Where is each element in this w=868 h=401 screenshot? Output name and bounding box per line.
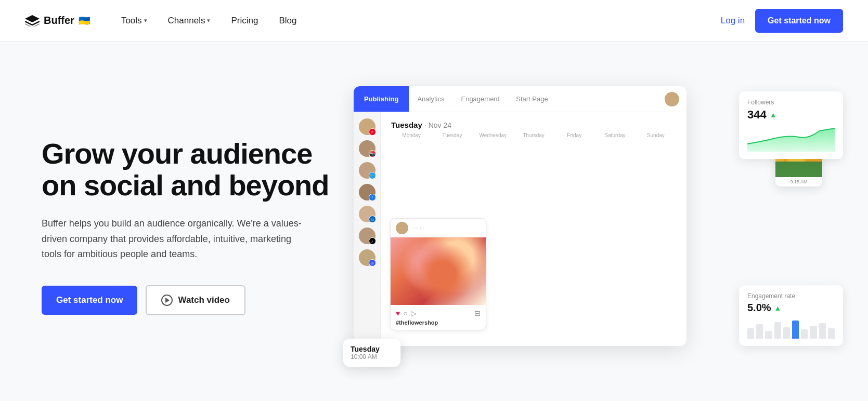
twitter-badge: 🐦 [369, 172, 376, 179]
buffer-logo-icon [25, 15, 40, 26]
flower-decoration [391, 237, 486, 305]
post-footer: ♥ ○ ▷ ⊟ #theflowershop [391, 305, 486, 330]
mobile-day: Tuesday [351, 345, 393, 353]
hero-watch-video-button[interactable]: Watch video [146, 285, 245, 315]
tab-analytics[interactable]: Analytics [409, 86, 452, 112]
like-icon[interactable]: ♥ [396, 309, 400, 317]
channel-linkedin[interactable]: in [359, 206, 375, 222]
nav-blog[interactable]: Blog [279, 16, 296, 26]
nav-cta-button[interactable]: Get started now [755, 9, 843, 33]
channel-other[interactable]: ⊕ [359, 249, 375, 266]
channel-twitter[interactable]: 🐦 [359, 162, 375, 179]
channel-instagram[interactable]: 📷 [359, 140, 375, 157]
nav-channels[interactable]: Channels ▾ [168, 16, 211, 26]
tab-publishing[interactable]: Publishing [354, 86, 409, 112]
nav-tools[interactable]: Tools ▾ [121, 16, 147, 26]
engagement-bar-chart [747, 318, 835, 339]
tab-engagement[interactable]: Engagement [452, 86, 508, 112]
engagement-card: Engagement rate 5.0% ▲ [739, 285, 843, 346]
user-avatar [665, 92, 679, 106]
post-avatar [396, 222, 408, 234]
bar [819, 323, 826, 339]
bar [783, 327, 790, 339]
mobile-schedule-card: Tuesday 10:00 AM [343, 339, 400, 367]
post-image [391, 237, 486, 305]
weekday: Saturday [594, 132, 635, 138]
bar-active [792, 320, 799, 339]
chevron-down-icon: ▾ [207, 17, 210, 24]
followers-chart [747, 126, 835, 152]
linkedin-badge: in [369, 216, 376, 223]
channel-facebook[interactable]: f [359, 184, 375, 200]
post-actions: ♥ ○ ▷ ⊟ [396, 309, 481, 317]
comment-icon[interactable]: ○ [403, 309, 407, 317]
bar [747, 328, 754, 339]
chevron-down-icon: ▾ [144, 17, 147, 24]
navbar: Buffer 🇺🇦 Tools ▾ Channels ▾ Pricing Blo… [0, 0, 868, 42]
followers-card: Followers 344 ▲ [739, 91, 843, 159]
weekday: Monday [391, 132, 432, 138]
bar [828, 328, 835, 339]
hero-dashboard: Publishing Analytics Engagement Start Pa… [343, 76, 843, 377]
weekday: Sunday [636, 132, 676, 138]
hero-left: Grow your audience on social and beyond … [42, 138, 343, 315]
play-triangle [165, 298, 170, 303]
bar [756, 324, 763, 339]
share-icon[interactable]: ▷ [411, 309, 417, 317]
trend-up-icon: ▲ [770, 111, 777, 119]
followers-label: Followers [747, 99, 835, 106]
more-options-icon[interactable]: ··· [412, 223, 422, 233]
hero-subtext: Buffer helps you build an audience organ… [42, 216, 312, 262]
weekdays-row: Monday Tuesday Wednesday Thursday Friday… [391, 132, 676, 138]
channel-pinterest[interactable]: P [359, 118, 375, 135]
other-badge: ⊕ [369, 259, 376, 266]
ukraine-flag: 🇺🇦 [79, 15, 90, 26]
bar [801, 329, 808, 339]
logo-text: Buffer [44, 15, 74, 26]
hero-headline: Grow your audience on social and beyond [42, 138, 343, 202]
play-icon [161, 295, 173, 306]
bar [774, 322, 781, 339]
tiktok-badge: ♪ [369, 237, 376, 245]
hero-buttons: Get started now Watch video [42, 285, 343, 315]
weekday: Thursday [513, 132, 554, 138]
bar [765, 331, 772, 339]
weekday: Friday [554, 132, 594, 138]
sunflower-time: 9:15 AM [775, 177, 822, 186]
login-link[interactable]: Log in [721, 16, 745, 26]
instagram-badge: 📷 [369, 150, 376, 157]
channel-tiktok[interactable]: ♪ [359, 228, 375, 244]
followers-count: 344 ▲ [747, 108, 835, 122]
engagement-rate-value: 5.0% ▲ [747, 302, 835, 314]
tab-start-page[interactable]: Start Page [508, 86, 556, 112]
dashboard-header: Publishing Analytics Engagement Start Pa… [354, 86, 686, 112]
post-preview-card: ··· ♥ ○ ▷ ⊟ #theflowershop [390, 218, 486, 330]
weekday: Wednesday [473, 132, 513, 138]
nav-links: Tools ▾ Channels ▾ Pricing Blog [121, 16, 721, 26]
engagement-label: Engagement rate [747, 292, 835, 300]
bookmark-icon[interactable]: ⊟ [474, 309, 481, 317]
nav-actions: Log in Get started now [721, 9, 843, 33]
bar [810, 326, 817, 339]
logo[interactable]: Buffer 🇺🇦 [25, 15, 90, 26]
hero-cta-button[interactable]: Get started now [42, 286, 137, 315]
engagement-trend-icon: ▲ [774, 304, 782, 312]
weekday: Tuesday [432, 132, 472, 138]
date-header: Tuesday · Nov 24 [391, 121, 676, 129]
chart-svg [747, 126, 835, 152]
facebook-badge: f [369, 194, 376, 201]
nav-pricing[interactable]: Pricing [231, 16, 258, 26]
mobile-time: 10:00 AM [351, 353, 393, 360]
hero-section: Grow your audience on social and beyond … [0, 42, 868, 401]
sidebar-channels: P 📷 🐦 f in [354, 112, 381, 346]
pinterest-badge: P [369, 128, 376, 136]
post-handle: #theflowershop [396, 319, 481, 326]
dashboard-card: Publishing Analytics Engagement Start Pa… [354, 86, 686, 346]
